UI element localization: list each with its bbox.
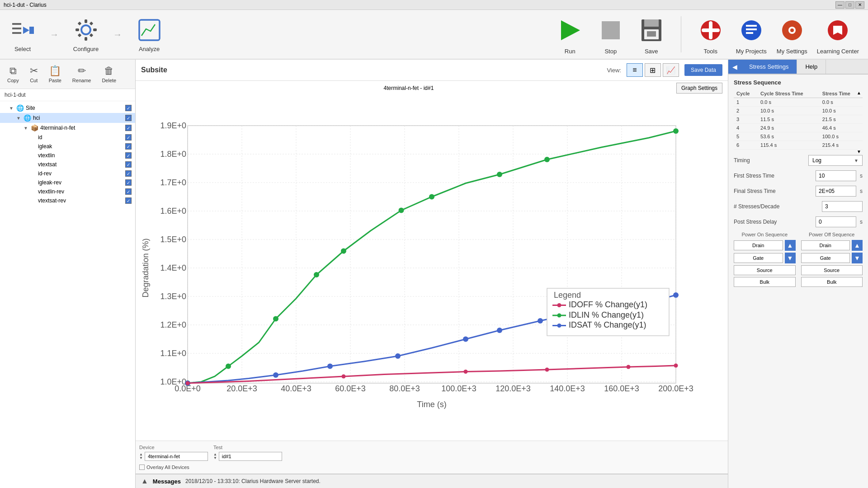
tree-item-vtextsat-rev[interactable]: vtextsat-rev ✓ xyxy=(0,196,135,205)
select-step[interactable]: Select xyxy=(9,17,36,52)
svg-text:60.0E+3: 60.0E+3 xyxy=(335,384,366,393)
maximize-btn[interactable]: □ xyxy=(845,1,854,9)
run-button[interactable]: Run xyxy=(554,14,586,55)
cut-action[interactable]: ✂ Cut xyxy=(26,63,42,85)
table-scroll-up[interactable]: ▲ xyxy=(857,90,861,95)
save-button[interactable]: Save xyxy=(636,14,667,55)
power-on-drain-up[interactable]: ▲ xyxy=(785,240,796,251)
svg-point-5 xyxy=(81,25,90,34)
tree-item-vtextlin[interactable]: vtextlin ✓ xyxy=(0,151,135,160)
tree-checkbox-site[interactable]: ✓ xyxy=(125,105,132,111)
first-stress-time-input[interactable] xyxy=(816,170,856,181)
analyze-step[interactable]: Analyze xyxy=(136,17,163,52)
power-on-col: Power On Sequence Drain ▲ Gate ▼ Source xyxy=(734,232,796,289)
tree-checkbox-vtextsat[interactable]: ✓ xyxy=(125,161,132,168)
tree-item-vtextsat[interactable]: vtextsat ✓ xyxy=(0,160,135,169)
tree-item-site[interactable]: ▼ 🌐 Site ✓ xyxy=(0,103,135,113)
view-table-icon[interactable]: ≡ xyxy=(627,63,643,77)
power-off-gate-down[interactable]: ▼ xyxy=(852,253,863,263)
tree-item-id-rev[interactable]: id-rev ✓ xyxy=(0,169,135,178)
table-row: 3 11.5 s 21.5 s xyxy=(734,115,863,124)
overlay-checkbox[interactable] xyxy=(139,465,145,470)
tree-item-igleak[interactable]: igleak ✓ xyxy=(0,142,135,151)
post-stress-delay-input[interactable] xyxy=(816,216,856,227)
tree-item-vtextlin-rev[interactable]: vtextlin-rev ✓ xyxy=(0,187,135,196)
row3-cycle-stress-time: 11.5 s xyxy=(758,115,820,124)
right-panel-back-arrow[interactable]: ◀ xyxy=(728,60,741,74)
tree-checkbox-hci[interactable]: ✓ xyxy=(125,115,132,121)
tree-checkbox-vtextsat-rev[interactable]: ✓ xyxy=(125,197,132,204)
svg-rect-26 xyxy=(746,25,757,27)
toolbar-right: Run Stop Save xyxy=(554,14,859,55)
device-label: Device xyxy=(139,445,208,450)
power-sequences: Power On Sequence Drain ▲ Gate ▼ Source xyxy=(734,232,863,289)
messages-label: Messages xyxy=(153,478,181,485)
tree-checkbox-id[interactable]: ✓ xyxy=(125,134,132,141)
svg-text:40.0E+3: 40.0E+3 xyxy=(281,384,311,393)
final-stress-time-input[interactable] xyxy=(816,186,856,197)
tree-expander-hci[interactable]: ▼ xyxy=(16,116,22,121)
timing-dropdown[interactable]: Log ▼ xyxy=(808,155,863,166)
power-on-source: Source xyxy=(734,265,796,275)
tree-checkbox-igleak[interactable]: ✓ xyxy=(125,143,132,150)
my-settings-button[interactable]: My Settings xyxy=(776,14,808,55)
delete-action[interactable]: 🗑 Delete xyxy=(98,63,120,85)
svg-point-78 xyxy=(273,316,278,322)
test-down-arrow[interactable]: ▼ xyxy=(213,456,217,460)
rename-action[interactable]: ✏ Rename xyxy=(69,63,95,85)
svg-point-77 xyxy=(226,364,231,369)
tree-item-igleak-rev[interactable]: igleak-rev ✓ xyxy=(0,178,135,187)
svg-point-99 xyxy=(627,365,631,369)
svg-rect-24 xyxy=(702,28,720,32)
configure-step[interactable]: Configure xyxy=(72,17,99,52)
copy-action[interactable]: ⧉ Copy xyxy=(4,63,23,85)
tab-stress-settings[interactable]: Stress Settings xyxy=(741,60,797,74)
first-stress-time-label: First Stress Time xyxy=(734,173,812,179)
svg-text:1.8E+0: 1.8E+0 xyxy=(160,150,186,159)
save-data-button[interactable]: Save Data xyxy=(684,64,722,76)
window-controls[interactable]: — □ ✕ xyxy=(835,1,864,9)
device-arrows[interactable]: ▲ ▼ xyxy=(139,453,143,460)
view-chart-icon[interactable]: 📈 xyxy=(663,63,679,77)
tab-help[interactable]: Help xyxy=(797,60,826,74)
device-down-arrow[interactable]: ▼ xyxy=(139,456,143,460)
tree-expander-4terminal[interactable]: ▼ xyxy=(24,126,29,131)
chart-subsite-label: Subsite xyxy=(141,66,601,74)
tree-checkbox-4terminal[interactable]: ✓ xyxy=(125,125,132,131)
learning-center-button[interactable]: Learning Center xyxy=(817,14,859,55)
view-grid-icon[interactable]: ⊞ xyxy=(645,63,661,77)
test-select[interactable]: ▲ ▼ id#1 xyxy=(213,452,282,461)
table-scroll-down[interactable]: ▼ xyxy=(857,149,861,154)
tree-checkbox-igleak-rev[interactable]: ✓ xyxy=(125,179,132,186)
run-label: Run xyxy=(565,48,576,55)
copy-label: Copy xyxy=(7,78,19,83)
tools-button[interactable]: Tools xyxy=(695,14,726,55)
power-on-gate-down[interactable]: ▼ xyxy=(785,253,796,263)
stresses-per-decade-input[interactable] xyxy=(822,201,863,212)
device-select[interactable]: ▲ ▼ 4terminal-n-fet xyxy=(139,452,208,461)
tree-checkbox-vtextlin[interactable]: ✓ xyxy=(125,152,132,159)
my-projects-button[interactable]: My Projects xyxy=(736,14,767,55)
tree-item-id[interactable]: id ✓ xyxy=(0,133,135,142)
messages-toggle[interactable]: ▲ xyxy=(141,477,148,485)
table-scroll-arrows[interactable]: ▲ ▼ xyxy=(855,89,863,155)
tree-item-hci[interactable]: ▼ 🌐 hci ✓ xyxy=(0,113,135,123)
paste-action[interactable]: 📋 Paste xyxy=(45,63,65,85)
svg-rect-0 xyxy=(12,23,21,25)
test-arrows[interactable]: ▲ ▼ xyxy=(213,453,217,460)
close-btn[interactable]: ✕ xyxy=(855,1,864,9)
stop-button[interactable]: Stop xyxy=(595,14,627,55)
row6-cycle: 6 xyxy=(734,141,758,150)
graph-settings-button[interactable]: Graph Settings xyxy=(676,83,722,94)
svg-point-92 xyxy=(538,318,543,324)
svg-text:160.0E+3: 160.0E+3 xyxy=(604,384,639,393)
save-label: Save xyxy=(645,48,658,55)
svg-text:200.0E+3: 200.0E+3 xyxy=(658,384,693,393)
tree-checkbox-vtextlin-rev[interactable]: ✓ xyxy=(125,188,132,195)
power-on-title: Power On Sequence xyxy=(734,232,796,237)
tree-checkbox-id-rev[interactable]: ✓ xyxy=(125,170,132,177)
tree-expander-site[interactable]: ▼ xyxy=(9,106,14,111)
minimize-btn[interactable]: — xyxy=(835,1,844,9)
power-off-drain-up[interactable]: ▲ xyxy=(852,240,863,251)
tree-item-4terminal[interactable]: ▼ 📦 4terminal-n-fet ✓ xyxy=(0,123,135,133)
